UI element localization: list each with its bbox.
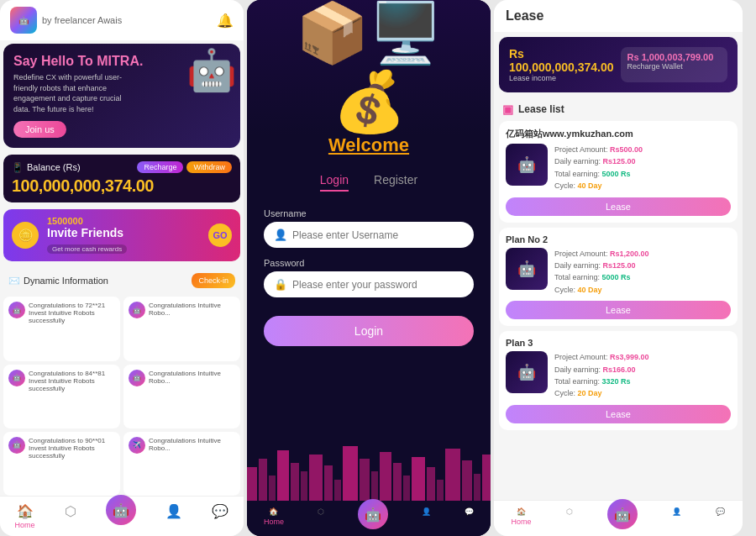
lease-item-image: 🤖 [506,248,548,290]
nav-item-cube[interactable]: ⬡ [65,503,76,529]
welcome-text: Welcome [247,134,491,165]
join-button[interactable]: Join us [13,121,66,138]
tab-login[interactable]: Login [320,173,349,192]
app-container: 🤖 by freelancer Awais 🔔 Say Hello To MIT… [0,0,756,536]
right-nav-chat[interactable]: 💬 [716,507,725,529]
cube-icon: ⬡ [566,507,573,516]
recharge-wallet-amount: Rs 1,000,003,799.00 [627,52,721,62]
recharge-button[interactable]: Recharge [137,161,183,173]
by-freelancer-label: by freelancer Awais [42,15,122,25]
right-nav-profile[interactable]: 👤 [672,507,681,529]
svg-rect-20 [474,474,480,501]
lease-item-body: 🤖 Project Amount: Rs3,999.00 Daily earni… [506,351,731,400]
balance-header: 📱 Balance (Rs) Recharge Withdraw [12,161,232,173]
nav-item-chat[interactable]: 💬 [212,503,228,529]
profile-icon: 👤 [165,503,182,519]
page-title: Lease [506,8,543,23]
svg-rect-0 [247,467,257,501]
svg-rect-8 [334,480,341,501]
mitra-banner: Say Hello To MITRA. Redefine CX with pow… [3,44,240,148]
nav-center-button[interactable]: 🤖 [106,495,136,525]
lease-item-title: Plan No 2 [506,234,731,244]
balance-buttons: Recharge Withdraw [137,161,232,173]
lease-income-box: Rs 100,000,000,374.00 Lease income [509,47,614,82]
login-form: Username 👤 Password 🔒 Login [247,200,491,355]
middle-nav-home[interactable]: 🏠 Home [264,507,284,529]
svg-rect-1 [259,459,267,501]
login-hero: 📦🖥️💰 [247,0,491,134]
lease-item-details: Project Amount: Rs3,999.00 Daily earning… [554,351,731,400]
username-input[interactable] [292,229,464,241]
withdraw-button[interactable]: Withdraw [186,161,232,173]
lease-income-amount: Rs 100,000,000,374.00 [509,47,614,74]
list-item: 🤖 Congratulations to 84**81 Invest Intui… [3,365,120,428]
lease-list-header: ▣ Lease list [494,97,743,121]
password-input[interactable] [292,279,464,291]
list-item: 🤖 Congratulations to 72**21 Invest Intui… [3,297,120,360]
robot-icon: 🤖 [113,502,129,518]
svg-rect-2 [269,476,276,501]
login-tabs: Login Register [247,165,491,200]
right-header: Lease [494,0,743,32]
svg-rect-13 [393,463,402,501]
right-nav-home[interactable]: 🏠 Home [512,507,532,529]
lease-item-details: Project Amount: Rs500.00 Daily earning: … [554,144,731,192]
lease-item-title: 亿码箱站www.ymkuzhan.com [506,128,731,140]
right-nav-cube[interactable]: ⬡ [566,507,573,529]
robot-illustration: 🤖 [186,47,237,94]
lease-list-label: Lease list [518,103,564,115]
login-submit-button[interactable]: Login [264,316,474,346]
user-icon: 👤 [274,229,287,241]
svg-rect-12 [380,452,391,501]
right-nav-center-button[interactable]: 🤖 [607,499,638,529]
tab-register[interactable]: Register [374,173,417,192]
invite-title: Invite Friends [47,226,127,239]
lease-income-label: Lease income [509,74,614,82]
list-item: 🤖 Congratulations to 90**01 Invest Intui… [3,432,120,496]
middle-nav-cube[interactable]: ⬡ [318,507,324,529]
lease-item-body: 🤖 Project Amount: Rs500.00 Daily earning… [506,144,731,192]
go-button[interactable]: GO [208,223,232,247]
lease-item: Plan No 2 🤖 Project Amount: Rs1,200.00 D… [499,228,738,327]
lease-item-body: 🤖 Project Amount: Rs1,200.00 Daily earni… [506,248,731,297]
home-icon: 🏠 [17,503,34,519]
right-panel: Lease Rs 100,000,000,374.00 Lease income… [494,0,743,536]
svg-rect-3 [277,450,289,501]
chat-icon: 💬 [212,503,228,519]
list-item: 🤖 Congratulations Intuitive Robo... [123,297,240,360]
lease-button-3[interactable]: Lease [506,405,731,423]
svg-rect-4 [291,463,299,501]
app-logo: 🤖 [10,7,37,34]
hero-illustration: 📦🖥️💰 [264,0,474,136]
username-input-wrap: 👤 [264,222,474,248]
notif-icon: 🤖 [8,370,25,386]
password-label: Password [264,258,474,268]
cube-icon: ⬡ [65,503,76,519]
lease-item-image: 🤖 [506,351,548,393]
lease-item: Plan 3 🤖 Project Amount: Rs3,999.00 Dail… [499,331,738,430]
svg-rect-5 [301,471,307,501]
profile-icon: 👤 [422,507,431,516]
home-icon: 🏠 [269,507,278,516]
notif-icon: 🤖 [129,302,145,318]
home-label: Home [512,518,532,526]
lease-button-2[interactable]: Lease [506,301,731,319]
lease-button-1[interactable]: Lease [506,197,731,216]
recharge-wallet-label: Recharge Wallet [627,62,721,71]
balance-amount: 100,000,000,374.00 [12,176,232,196]
svg-rect-21 [482,455,491,501]
checkin-button[interactable]: Check-in [192,273,235,288]
home-label: Home [264,518,284,526]
svg-rect-10 [360,459,370,501]
nav-item-profile[interactable]: 👤 [165,503,182,529]
nav-item-home[interactable]: 🏠 Home [15,503,35,529]
middle-nav-chat[interactable]: 💬 [465,507,474,529]
middle-nav-profile[interactable]: 👤 [422,507,431,529]
notif-icon: 🤖 [8,302,25,318]
invite-coin-icon: 🪙 [12,222,39,249]
middle-panel: 📦🖥️💰 Welcome Login Register Username 👤 P… [247,0,491,536]
balance-section: 📱 Balance (Rs) Recharge Withdraw 100,000… [3,155,240,202]
middle-nav-center-button[interactable]: 🤖 [358,499,388,529]
lease-item: 亿码箱站www.ymkuzhan.com 🤖 Project Amount: R… [499,121,738,223]
svg-rect-6 [309,455,323,501]
